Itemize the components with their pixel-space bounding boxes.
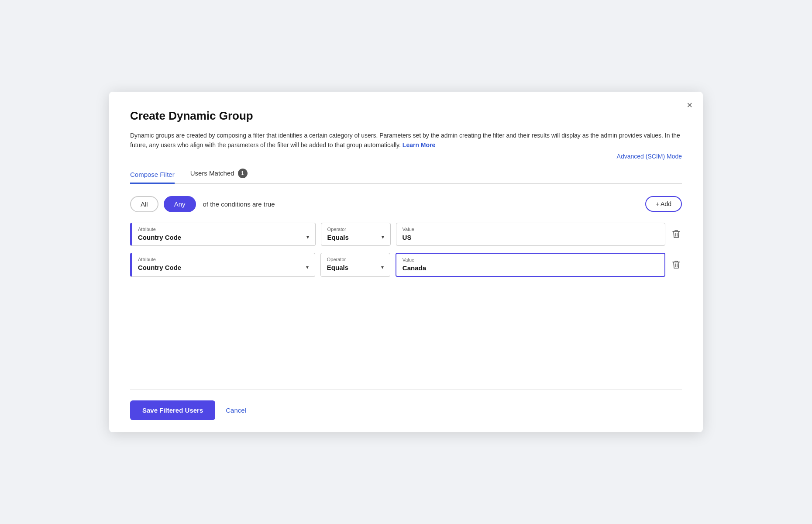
trash-icon-2 — [672, 260, 680, 269]
delete-condition-button-2[interactable] — [671, 253, 682, 277]
value-label-1: Value — [403, 227, 659, 232]
modal-footer: Save Filtered Users Cancel — [130, 390, 682, 432]
operator-chevron-2: ▾ — [381, 264, 384, 270]
operator-chevron-1: ▾ — [382, 234, 384, 240]
value-field-1[interactable]: Value US — [396, 223, 665, 246]
conditions-text: of the conditions are true — [203, 200, 275, 208]
users-matched-badge: 1 — [238, 169, 248, 178]
attribute-value-2: Country Code — [138, 264, 181, 271]
value-value-row-2: Canada — [403, 264, 658, 272]
conditions-list: Attribute Country Code ▾ Operator Equals… — [130, 223, 682, 390]
attribute-chevron-1: ▾ — [306, 234, 309, 240]
operator-field-2[interactable]: Operator Equals ▾ — [320, 253, 390, 277]
value-field-2[interactable]: Value Canada — [396, 253, 665, 277]
add-condition-button[interactable]: + Add — [645, 196, 682, 212]
attribute-chevron-2: ▾ — [306, 264, 309, 270]
operator-value-1: Equals — [327, 234, 349, 241]
operator-value-row-2: Equals ▾ — [327, 264, 384, 271]
attribute-value-1: Country Code — [138, 234, 181, 241]
tab-compose-filter-label: Compose Filter — [130, 171, 175, 178]
operator-label-2: Operator — [327, 257, 384, 262]
attribute-label-1: Attribute — [138, 227, 309, 232]
advanced-mode-row: Advanced (SCIM) Mode — [130, 153, 682, 160]
modal-description: Dynamic groups are created by composing … — [130, 131, 680, 150]
value-value-2: Canada — [403, 264, 426, 272]
tab-compose-filter[interactable]: Compose Filter — [130, 166, 175, 184]
create-dynamic-group-modal: × Create Dynamic Group Dynamic groups ar… — [109, 92, 703, 432]
value-value-row-1: US — [403, 234, 659, 241]
advanced-mode-link[interactable]: Advanced (SCIM) Mode — [617, 153, 682, 160]
operator-value-row-1: Equals ▾ — [327, 234, 384, 241]
cancel-button[interactable]: Cancel — [226, 407, 246, 414]
toggle-any-button[interactable]: Any — [164, 196, 196, 212]
condition-row: Attribute Country Code ▾ Operator Equals… — [130, 253, 682, 277]
tab-users-matched-label: Users Matched — [190, 169, 234, 177]
value-label-2: Value — [403, 257, 658, 262]
tabs-row: Compose Filter Users Matched 1 — [130, 164, 682, 184]
tab-users-matched[interactable]: Users Matched 1 — [190, 164, 248, 184]
attribute-label-2: Attribute — [138, 257, 309, 262]
toggle-all-button[interactable]: All — [130, 196, 158, 212]
operator-value-2: Equals — [327, 264, 348, 271]
operator-field-1[interactable]: Operator Equals ▾ — [321, 223, 391, 246]
value-value-1: US — [403, 234, 412, 241]
attribute-field-1[interactable]: Attribute Country Code ▾ — [130, 223, 316, 246]
toggle-group: All Any of the conditions are true — [130, 196, 275, 212]
filter-controls-row: All Any of the conditions are true + Add — [130, 196, 682, 212]
attribute-value-row-1: Country Code ▾ — [138, 234, 309, 241]
modal-title: Create Dynamic Group — [130, 109, 682, 123]
attribute-field-2[interactable]: Attribute Country Code ▾ — [130, 253, 315, 277]
attribute-value-row-2: Country Code ▾ — [138, 264, 309, 271]
save-filtered-users-button[interactable]: Save Filtered Users — [130, 400, 215, 420]
trash-icon-1 — [672, 230, 680, 238]
learn-more-link[interactable]: Learn More — [403, 141, 435, 148]
delete-condition-button-1[interactable] — [671, 223, 682, 246]
close-button[interactable]: × — [687, 100, 692, 110]
condition-row: Attribute Country Code ▾ Operator Equals… — [130, 223, 682, 246]
operator-label-1: Operator — [327, 227, 384, 232]
